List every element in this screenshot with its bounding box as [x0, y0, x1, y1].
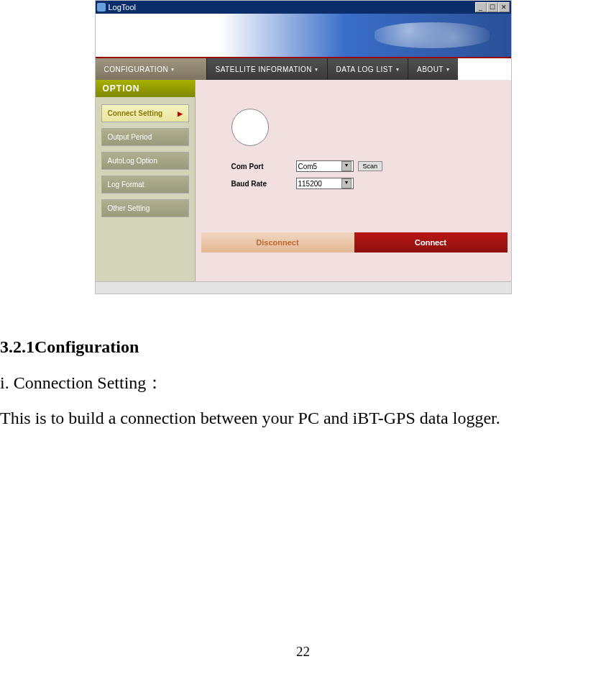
sidebar-item-output-period[interactable]: Output Period — [101, 128, 189, 146]
baudrate-select[interactable]: 115200 ▾ — [296, 178, 354, 189]
tab-data-log-list[interactable]: DATA LOG LIST▾ — [327, 58, 408, 80]
comport-value: Com5 — [298, 163, 318, 171]
sidebar-item-autolog-option[interactable]: AutoLog Option — [101, 152, 189, 170]
chevron-down-icon: ▾ — [396, 66, 400, 73]
chevron-down-icon: ▾ — [341, 161, 352, 171]
statusbar — [96, 281, 511, 294]
banner-image — [96, 14, 511, 57]
status-indicator-icon — [231, 109, 269, 146]
app-icon — [97, 3, 106, 12]
comport-select[interactable]: Com5 ▾ — [296, 160, 354, 172]
sidebar-item-connect-setting[interactable]: Connect Setting ▶ — [101, 104, 189, 122]
chevron-down-icon: ▾ — [446, 66, 450, 73]
disconnect-button[interactable]: Disconnect — [201, 232, 354, 253]
minimize-button[interactable]: _ — [475, 2, 487, 12]
sidebar-item-label: Connect Setting — [108, 109, 163, 117]
sidebar-item-log-format[interactable]: Log Format — [101, 176, 189, 194]
tab-configuration[interactable]: CONFIGURATION▾ — [96, 58, 206, 80]
main-panel: Com Port Com5 ▾ Scan Baud Rate 115200 ▾ — [196, 80, 511, 281]
baudrate-value: 115200 — [298, 180, 322, 188]
scan-button[interactable]: Scan — [358, 161, 383, 171]
sidebar-item-label: Output Period — [108, 133, 152, 141]
window-title: LogTool — [109, 3, 137, 12]
chevron-down-icon: ▾ — [341, 178, 352, 188]
tab-satellite-information[interactable]: SATELLITE INFORMATION▾ — [206, 58, 327, 80]
chevron-down-icon: ▾ — [315, 66, 318, 73]
sidebar-item-label: AutoLog Option — [108, 157, 158, 165]
chevron-down-icon: ▾ — [171, 66, 175, 73]
subsection-heading: i. Connection Setting： — [0, 371, 606, 394]
sidebar-heading: OPTION — [96, 80, 195, 97]
sidebar-item-other-setting[interactable]: Other Setting — [101, 199, 189, 217]
sidebar-item-label: Other Setting — [108, 204, 150, 212]
tabs: CONFIGURATION▾ SATELLITE INFORMATION▾ DA… — [96, 58, 511, 80]
sidebar: OPTION Connect Setting ▶ Output Period A… — [96, 80, 196, 281]
tab-about[interactable]: ABOUT▾ — [408, 58, 458, 80]
maximize-button[interactable]: ☐ — [487, 2, 498, 12]
chevron-right-icon: ▶ — [178, 110, 183, 117]
tab-label: DATA LOG LIST — [336, 65, 393, 73]
comport-label: Com Port — [231, 163, 296, 171]
tab-label: ABOUT — [417, 65, 444, 73]
connect-button[interactable]: Connect — [354, 232, 508, 253]
titlebar: LogTool _ ☐ ✕ — [96, 1, 511, 14]
close-button[interactable]: ✕ — [498, 2, 510, 12]
section-heading: 3.2.1Configuration — [0, 337, 606, 357]
page-number: 22 — [0, 644, 606, 660]
tab-label: CONFIGURATION — [104, 65, 169, 73]
sidebar-item-label: Log Format — [108, 181, 144, 188]
body-paragraph: This is to build a connection between yo… — [0, 409, 606, 428]
tab-label: SATELLITE INFORMATION — [216, 65, 313, 73]
window-controls: _ ☐ ✕ — [475, 2, 510, 12]
baudrate-label: Baud Rate — [231, 180, 296, 188]
app-window: LogTool _ ☐ ✕ CONFIGURATION▾ SATELLITE I… — [95, 0, 512, 294]
